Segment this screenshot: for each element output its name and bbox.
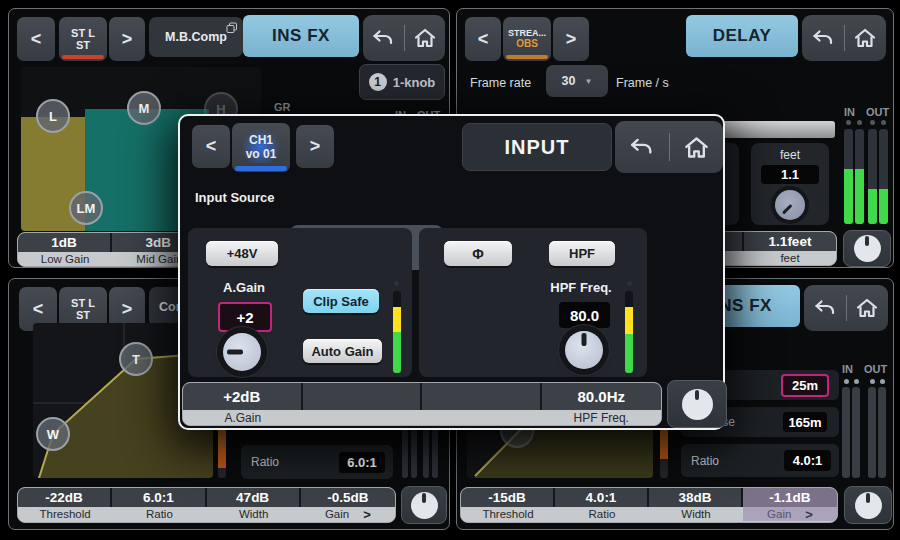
knob-mode-button[interactable] xyxy=(844,486,892,524)
channel-tab-line1: ST L xyxy=(71,27,95,39)
frame-rate-dropdown[interactable]: 30 ▼ xyxy=(546,65,608,97)
ratio-value: 6.0:1 xyxy=(339,452,385,473)
back-arrow-icon: < xyxy=(33,299,44,320)
param-cell-hpffreq[interactable]: 80.0HzHPF Freq. xyxy=(542,383,662,425)
in-meter-l xyxy=(844,129,853,224)
in-meter-r xyxy=(852,387,860,478)
ratio-row[interactable]: Ratio 6.0:1 xyxy=(241,445,393,479)
frame-rate-value: 30 xyxy=(562,74,576,88)
undo-icon[interactable] xyxy=(813,298,837,318)
home-icon[interactable] xyxy=(413,27,437,49)
back-arrow-icon: < xyxy=(206,136,217,157)
ratio-row[interactable]: Ratio 4.0:1 xyxy=(681,444,839,477)
tab-color-bar xyxy=(506,55,548,59)
param-cell-width[interactable]: 47dBWidth xyxy=(207,488,301,522)
ratio-label: Ratio xyxy=(691,454,719,468)
again-knob[interactable] xyxy=(223,333,261,371)
knob-mode-button[interactable] xyxy=(667,380,727,428)
preset-button-mbcomp[interactable]: M.B.Comp xyxy=(149,17,243,57)
out-meter-r xyxy=(879,129,888,224)
divider xyxy=(404,25,405,50)
hpf-section: Φ HPF HPF Freq. 80.0 xyxy=(419,228,647,377)
undo-home-group xyxy=(802,15,886,61)
page-title-delay: DELAY xyxy=(686,15,798,57)
param-cell-again[interactable]: +2dBA.Gain xyxy=(183,383,303,425)
next-channel-button[interactable]: > xyxy=(296,125,334,168)
forward-arrow-icon: > xyxy=(566,29,577,50)
hpf-freq-knob[interactable] xyxy=(565,331,603,369)
param-cell-feet[interactable]: 1.1feetfeet xyxy=(744,232,836,265)
undo-icon[interactable] xyxy=(628,136,655,158)
param-cell-row: -22dBThreshold 6.0:1Ratio 47dBWidth -0.5… xyxy=(17,487,396,523)
param-cell-gain-selected[interactable]: -1.1dBGain> xyxy=(743,488,837,522)
frame-rate-unit: Frame / s xyxy=(616,76,669,90)
forward-arrow-icon: > xyxy=(122,299,133,320)
undo-icon[interactable] xyxy=(811,28,835,48)
channel-tab-stream[interactable]: STREA... OBS xyxy=(503,17,551,61)
band-point-low[interactable]: L xyxy=(36,99,70,133)
home-icon[interactable] xyxy=(853,27,877,49)
prev-channel-button[interactable]: < xyxy=(465,17,501,61)
input-source-label: Input Source xyxy=(195,190,274,205)
next-channel-button[interactable]: > xyxy=(553,17,589,61)
band-point-mid[interactable]: M xyxy=(127,91,161,125)
threshold-point[interactable]: T xyxy=(119,342,153,376)
undo-home-group xyxy=(804,285,888,331)
clip-safe-button[interactable]: Clip Safe xyxy=(303,289,379,313)
out-meter-label: OUT xyxy=(864,363,887,375)
feet-value[interactable]: 1.1 xyxy=(761,165,819,184)
home-icon[interactable] xyxy=(683,135,710,160)
chevron-right-icon: > xyxy=(805,507,813,522)
param-cell-threshold[interactable]: -15dBThreshold xyxy=(461,488,555,522)
knob-icon xyxy=(682,389,713,420)
hpf-freq-value[interactable]: 80.0 xyxy=(559,302,610,328)
page-title-insfx: INS FX xyxy=(243,15,359,57)
phase-button[interactable]: Φ xyxy=(444,241,512,266)
param-cell[interactable] xyxy=(303,383,423,425)
param-cell-lowgain[interactable]: 1dBLow Gain xyxy=(18,233,112,266)
peak-dot xyxy=(857,120,862,125)
hpf-button[interactable]: HPF xyxy=(549,241,615,266)
param-cell-gain[interactable]: -0.5dBGain> xyxy=(301,488,395,522)
auto-gain-button[interactable]: Auto Gain xyxy=(303,339,382,363)
next-channel-button[interactable]: > xyxy=(109,17,145,61)
band-point-lowmid[interactable]: LM xyxy=(69,191,103,225)
peak-dot xyxy=(881,120,886,125)
prev-channel-button[interactable]: < xyxy=(17,17,55,61)
param-cell[interactable] xyxy=(422,383,542,425)
channel-select-button[interactable]: CH1 vo 01 xyxy=(232,123,290,172)
home-icon[interactable] xyxy=(855,297,879,319)
forward-arrow-icon: > xyxy=(310,136,321,157)
knob-mode-button[interactable] xyxy=(843,230,891,267)
peak-dot xyxy=(627,281,632,286)
out-meter-r xyxy=(878,387,886,478)
param-cell-ratio[interactable]: 4.0:1Ratio xyxy=(555,488,649,522)
peak-dot xyxy=(880,379,885,384)
param-cell-ratio[interactable]: 6.0:1Ratio xyxy=(112,488,206,522)
again-value[interactable]: +2 xyxy=(218,302,272,332)
channel-tab-line1: ST L xyxy=(71,297,95,309)
prev-channel-button[interactable]: < xyxy=(192,125,230,168)
feet-knob[interactable] xyxy=(775,190,805,220)
phantom-48v-button[interactable]: +48V xyxy=(206,241,278,266)
out-meter-l xyxy=(868,387,876,478)
undo-icon[interactable] xyxy=(371,28,395,48)
again-label: A.Gain xyxy=(202,280,286,295)
channel-tab-stl[interactable]: ST L ST xyxy=(59,17,107,61)
delay-feet-box: feet 1.1 xyxy=(751,143,829,225)
chevron-right-icon: > xyxy=(363,507,371,522)
knob-mode-button[interactable] xyxy=(401,486,447,524)
input-dialog: < CH1 vo 01 > INPUT Input Source MIC/LIN… xyxy=(178,114,725,430)
param-cell-width[interactable]: 38dBWidth xyxy=(649,488,743,522)
frame-rate-label: Frame rate xyxy=(470,76,531,90)
param-cell-threshold[interactable]: -22dBThreshold xyxy=(18,488,112,522)
width-point[interactable]: W xyxy=(36,417,70,451)
channel-number: CH1 xyxy=(249,134,273,147)
channel-tab-line1: STREA... xyxy=(508,29,546,39)
mixer-screen: < ST L ST > M.B.Comp INS FX L M H LM xyxy=(0,0,900,540)
input-level-meter xyxy=(393,291,401,373)
one-knob-button[interactable]: 1 1-knob xyxy=(359,64,445,100)
channel-tab-line2: ST xyxy=(76,39,90,51)
knob-icon xyxy=(855,492,882,519)
hpf-freq-label: HPF Freq. xyxy=(541,280,621,295)
